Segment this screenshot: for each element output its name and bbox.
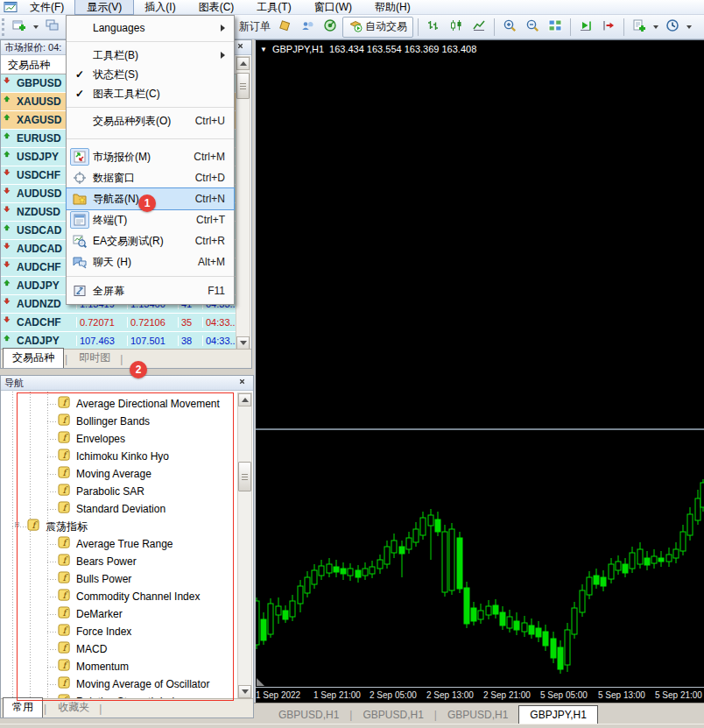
tree-item-label: Moving Average — [76, 468, 151, 480]
zoom-in-button[interactable] — [499, 17, 520, 38]
menu-item-8[interactable]: 市场报价(M)Ctrl+M — [67, 146, 234, 167]
chart-tab-2[interactable]: GBPUSD,H1 — [352, 706, 433, 724]
market-watch-tab-2[interactable]: 即时图 — [70, 349, 119, 368]
line-chart-button[interactable] — [468, 17, 489, 38]
new-chart-dropdown-caret[interactable] — [33, 25, 39, 29]
tree-item-bollinger-bands[interactable]: fBollinger Bands — [1, 413, 237, 430]
chart-symbol-period: GBPJPY,H1 — [272, 44, 324, 54]
down-arrow-icon — [4, 169, 17, 181]
tree-item-震荡指标[interactable]: f震荡指标 — [1, 518, 237, 535]
menubar-item-1[interactable]: 文件(F) — [18, 0, 75, 14]
market-watch-tab-1[interactable]: 交易品种 — [3, 348, 64, 368]
templates-dropdown-caret[interactable] — [653, 25, 658, 29]
chart-window[interactable]: ▼ GBPJPY,H1 163.434 163.554 163.369 163.… — [254, 39, 704, 703]
navigator-scrollbar[interactable] — [237, 392, 252, 699]
scroll-up-icon[interactable] — [238, 393, 251, 406]
candles-chart-button[interactable] — [446, 17, 467, 38]
tree-item-label: Bollinger Bands — [76, 415, 150, 428]
profiles-button[interactable] — [42, 17, 63, 38]
up-arrow-icon — [4, 335, 17, 347]
symbol-row-CADCHF[interactable]: CADCHF0.720710.721063504:33... — [1, 314, 236, 332]
new-chart-button[interactable] — [9, 17, 30, 38]
scroll-corner-icon — [257, 678, 264, 686]
menubar-item-7[interactable]: 帮助(H) — [363, 0, 422, 14]
zoom-out-button[interactable] — [522, 17, 543, 38]
tree-item-envelopes[interactable]: fEnvelopes — [1, 430, 237, 448]
tree-item-demarker[interactable]: fDeMarker — [1, 605, 237, 623]
chart-tab-3[interactable]: GBPUSD,H1 — [437, 706, 518, 724]
mql5-community-button[interactable] — [297, 17, 318, 38]
navigator-tab-1[interactable]: 常用 — [3, 697, 43, 717]
expander-minus-icon[interactable] — [15, 520, 23, 533]
metaeditor-button[interactable] — [274, 17, 295, 38]
menu-item-9[interactable]: 数据窗口Ctrl+D — [67, 167, 234, 188]
scroll-up-icon[interactable] — [236, 57, 250, 70]
menu-item-label: 终端(T) — [93, 213, 189, 228]
periods-button[interactable] — [662, 17, 683, 38]
menubar-item-6[interactable]: 窗口(W) — [303, 0, 363, 14]
menu-item-15[interactable]: 全屏幕F11 — [67, 280, 234, 301]
auto-scroll-button[interactable] — [575, 17, 596, 38]
menu-item-2[interactable]: 工具栏(B) — [67, 46, 234, 65]
tree-item-average-true-range[interactable]: fAverage True Range — [1, 535, 237, 553]
spread-value: 38 — [178, 336, 202, 346]
tree-item-ichimoku-kinko-hyo[interactable]: fIchimoku Kinko Hyo — [1, 448, 237, 465]
toolbar-grip[interactable] — [2, 18, 6, 36]
menubar-item-5[interactable]: 工具(T) — [245, 0, 302, 14]
bars-chart-button[interactable] — [423, 17, 444, 38]
bid-value: 107.463 — [76, 336, 127, 346]
menu-item-12[interactable]: EA交易测试(R)Ctrl+R — [67, 230, 234, 251]
tree-item-force-index[interactable]: fForce Index — [1, 623, 237, 640]
periods-dropdown-caret[interactable] — [686, 25, 692, 29]
chart-tab-1[interactable]: GBPUSD,H1 — [268, 706, 349, 724]
signals-button[interactable] — [320, 17, 341, 38]
indicator-group-icon: f — [27, 519, 40, 534]
tree-item-bulls-power[interactable]: fBulls Power — [1, 570, 237, 588]
menu-item-0[interactable]: Languages — [67, 18, 234, 38]
tree-item-moving-average[interactable]: fMoving Average — [1, 465, 237, 483]
menu-item-13[interactable]: 聊天 (H)Alt+M — [67, 251, 234, 272]
tree-item-commodity-channel-index[interactable]: fCommodity Channel Index — [1, 588, 237, 605]
scroll-thumb[interactable] — [238, 462, 251, 491]
tree-item-label: Parabolic SAR — [76, 485, 144, 498]
close-icon[interactable] — [237, 378, 250, 389]
market-watch-scrollbar[interactable] — [236, 56, 250, 350]
menu-item-4[interactable]: ✓图表工具栏(C) — [67, 84, 234, 103]
tree-stub — [47, 632, 58, 633]
menu-shortcut: Ctrl+D — [195, 172, 225, 184]
menu-item-11[interactable]: 终端(T)Ctrl+T — [67, 209, 234, 230]
menubar-item-2[interactable]: 显示(V) — [75, 0, 133, 14]
menubar-item-4[interactable]: 图表(C) — [187, 0, 246, 14]
navigator-tab-2[interactable]: 收藏夹 — [49, 698, 98, 717]
scroll-down-icon[interactable] — [238, 685, 251, 698]
chart-shift-button[interactable] — [598, 17, 619, 38]
chart-tab-4[interactable]: GBPJPY,H1 — [518, 705, 597, 724]
autotrading-button[interactable]: 自动交易 — [342, 17, 413, 38]
tree-item-moving-average-of-oscillator[interactable]: fMoving Average of Oscillator — [1, 675, 237, 693]
scroll-down-icon[interactable] — [236, 336, 250, 350]
tree-item-average-directional-movement[interactable]: fAverage Directional Movement — [1, 395, 237, 413]
candlestick-chart[interactable] — [256, 40, 704, 686]
spread-value: 35 — [178, 317, 202, 328]
tree-item-bears-power[interactable]: fBears Power — [1, 553, 237, 570]
templates-button[interactable] — [629, 17, 650, 38]
menu-item-6[interactable]: 交易品种列表(O)Ctrl+U — [67, 111, 234, 131]
close-icon[interactable] — [236, 42, 248, 53]
menu-item-3[interactable]: ✓状态栏(S) — [67, 65, 234, 84]
signals-icon — [323, 18, 337, 35]
tree-item-macd[interactable]: fMACD — [1, 640, 237, 658]
tree-item-momentum[interactable]: fMomentum — [1, 658, 237, 675]
new-chart-icon — [12, 18, 26, 35]
tile-windows-button[interactable] — [545, 17, 566, 38]
menubar-item-3[interactable]: 插入(I) — [133, 0, 187, 14]
ask-value: 107.501 — [127, 336, 178, 346]
menu-item-label: 市场报价(M) — [93, 150, 187, 165]
tree-item-label: Average True Range — [76, 538, 173, 550]
menu-item-label: 图表工具栏(C) — [93, 87, 225, 102]
tree-item-standard-deviation[interactable]: fStandard Deviation — [1, 500, 237, 518]
scroll-thumb[interactable] — [236, 73, 250, 99]
terminal-icon — [70, 211, 89, 229]
tree-item-label: Bears Power — [76, 555, 137, 568]
mql5-community-icon — [300, 18, 314, 35]
tree-item-parabolic-sar[interactable]: fParabolic SAR — [1, 483, 237, 500]
